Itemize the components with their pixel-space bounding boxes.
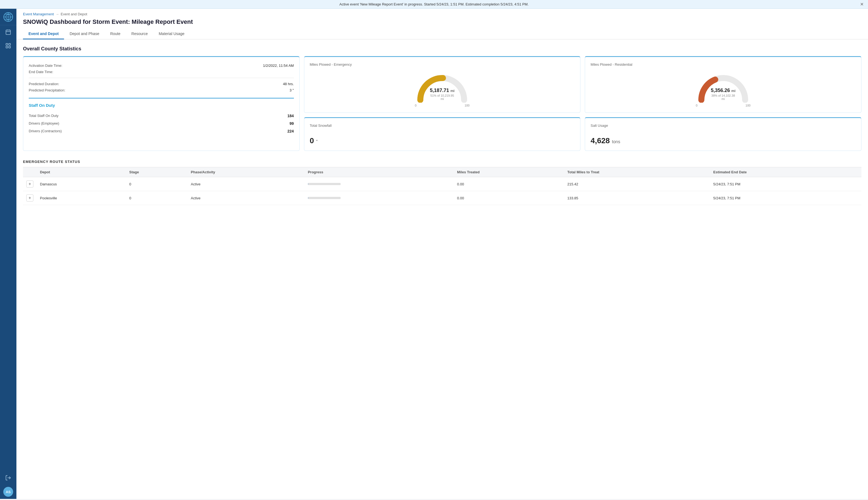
- tab-resource[interactable]: Resource: [126, 29, 153, 39]
- gauge-residential-center: 5,356.26 mi 38% of 14,102.38 mi: [709, 88, 737, 101]
- drivers-employee-value: 99: [290, 121, 294, 126]
- total-staff-value: 184: [287, 114, 294, 118]
- top-banner: Active event 'New Mileage Report Event' …: [0, 0, 868, 9]
- drivers-employee-row: Drivers (Employee) 99: [29, 120, 294, 127]
- logo: [0, 9, 16, 25]
- staff-on-duty-section: Staff On Duty Total Staff On Duty 184 Dr…: [29, 98, 294, 135]
- total-snowfall-title: Total Snowfall: [310, 124, 575, 128]
- salt-usage-value: 4,628 tons: [590, 136, 856, 145]
- row1-depot: Damascus: [37, 177, 126, 191]
- activation-row: Activation Date Time: 1/2/2022, 11:54 AM: [29, 62, 294, 69]
- tabs-bar: Event and Depot Depot and Phase Route Re…: [16, 29, 868, 39]
- tab-depot-and-phase[interactable]: Depot and Phase: [64, 29, 105, 39]
- breadcrumb-arrow: →: [56, 12, 59, 16]
- row1-expand-button[interactable]: +: [26, 180, 33, 188]
- col-expand: [23, 167, 37, 177]
- row1-activity: Active: [187, 177, 305, 191]
- row1-end-date: 5/24/23, 7:51 PM: [710, 177, 861, 191]
- row2-expand-button[interactable]: +: [26, 194, 33, 202]
- row2-activity: Active: [187, 191, 305, 205]
- salt-usage-card: Salt Usage 4,628 tons: [585, 117, 861, 151]
- activation-label: Activation Date Time:: [29, 64, 62, 68]
- tab-event-and-depot[interactable]: Event and Depot: [23, 29, 64, 39]
- table-row: + Poolesville 0 Active 0.00 133.85 5/24/…: [23, 191, 861, 205]
- col-progress: Progress: [305, 167, 454, 177]
- gauge-residential-sub: 38% of 14,102.38 mi: [709, 94, 737, 101]
- row2-miles-treated: 0.00: [454, 191, 564, 205]
- gauge-emergency-center: 5,187.71 mi 51% of 10,219.95 mi: [429, 88, 456, 101]
- row1-progress-bar-fill: [308, 183, 308, 185]
- end-date-row: End Date Time:: [29, 69, 294, 75]
- drivers-employee-label: Drivers (Employee): [29, 121, 59, 126]
- salt-usage-title: Salt Usage: [590, 124, 856, 128]
- row1-miles-treated: 0.00: [454, 177, 564, 191]
- drivers-contractors-label: Drivers (Contractors): [29, 129, 62, 133]
- section-content: Overall County Statistics Activation Dat…: [16, 39, 868, 212]
- miles-emergency-card: Miles Plowed - Emergency 5,1: [304, 56, 581, 113]
- col-end-date: Estimated End Date: [710, 167, 861, 177]
- sidebar: AS: [0, 9, 16, 499]
- avatar[interactable]: AS: [3, 487, 13, 497]
- row2-progress-bar-wrap: [308, 197, 341, 199]
- route-section-title: EMERGENCY ROUTE STATUS: [23, 160, 861, 164]
- svg-rect-9: [9, 44, 10, 45]
- gauge-emergency-container: 5,187.71 mi 51% of 10,219.95 mi 0 100: [310, 70, 575, 107]
- banner-close-button[interactable]: ✕: [860, 2, 864, 7]
- drivers-contractors-row: Drivers (Contractors) 224: [29, 127, 294, 135]
- col-depot: Depot: [37, 167, 126, 177]
- gauge-residential-svg: 5,356.26 mi 38% of 14,102.38 mi: [696, 72, 751, 103]
- row2-total-miles: 133.85: [564, 191, 710, 205]
- svg-rect-8: [6, 44, 8, 45]
- event-info-card: Activation Date Time: 1/2/2022, 11:54 AM…: [23, 56, 300, 151]
- sidebar-bottom: AS: [3, 471, 13, 499]
- duration-row: Predicted Duration: 48 hrs.: [29, 81, 294, 87]
- total-staff-row: Total Staff On Duty 184: [29, 112, 294, 120]
- activation-value: 1/2/2022, 11:54 AM: [263, 64, 294, 68]
- row1-expand-cell: +: [23, 177, 37, 191]
- gauge-emergency-labels: 0 100: [415, 104, 470, 107]
- gauge-residential-container: 5,356.26 mi 38% of 14,102.38 mi 0 100: [590, 70, 856, 107]
- col-phase: Phase/Activity: [187, 167, 305, 177]
- miles-residential-card: Miles Plowed - Residential 5,356.26: [585, 56, 861, 113]
- row1-progress-bar-wrap: [308, 183, 341, 185]
- main-content: Event Management → Event and Depot SNOWi…: [16, 9, 868, 499]
- precipitation-value: 3 ": [290, 88, 294, 92]
- drivers-contractors-value: 224: [287, 129, 294, 133]
- row1-stage: 0: [126, 177, 187, 191]
- row1-progress: [305, 177, 454, 191]
- breadcrumb-parent[interactable]: Event Management: [23, 12, 54, 16]
- route-table: Depot Stage Phase/Activity Progress Mile…: [23, 167, 861, 205]
- gauge-emergency-svg: 5,187.71 mi 51% of 10,219.95 mi: [415, 72, 470, 103]
- stats-grid: Activation Date Time: 1/2/2022, 11:54 AM…: [23, 56, 861, 151]
- row2-stage: 0: [126, 191, 187, 205]
- duration-label: Predicted Duration:: [29, 82, 59, 86]
- row2-depot: Poolesville: [37, 191, 126, 205]
- end-label: End Date Time:: [29, 70, 54, 74]
- sidebar-item-grid[interactable]: [0, 39, 16, 53]
- breadcrumb: Event Management → Event and Depot: [16, 9, 868, 17]
- total-staff-label: Total Staff On Duty: [29, 114, 59, 118]
- event-info-section: Activation Date Time: 1/2/2022, 11:54 AM…: [29, 62, 294, 93]
- col-stage: Stage: [126, 167, 187, 177]
- tab-route[interactable]: Route: [105, 29, 126, 39]
- sidebar-item-calendar[interactable]: [0, 25, 16, 39]
- col-miles-treated: Miles Treated: [454, 167, 564, 177]
- gauge-residential-labels: 0 100: [696, 104, 751, 107]
- row2-expand-cell: +: [23, 191, 37, 205]
- miles-residential-title: Miles Plowed - Residential: [590, 62, 856, 67]
- col-total-miles: Total Miles to Treat: [564, 167, 710, 177]
- staff-title: Staff On Duty: [29, 103, 294, 107]
- row2-progress: [305, 191, 454, 205]
- breadcrumb-current: Event and Depot: [61, 12, 87, 16]
- row2-progress-bar-fill: [308, 197, 308, 199]
- svg-rect-10: [6, 46, 8, 48]
- sidebar-item-logout[interactable]: [3, 471, 13, 485]
- overall-section-title: Overall County Statistics: [23, 46, 861, 52]
- row1-total-miles: 215.42: [564, 177, 710, 191]
- page-title: SNOWiQ Dashboard for Storm Event: Mileag…: [16, 17, 868, 29]
- gauge-emergency-sub: 51% of 10,219.95 mi: [429, 94, 456, 101]
- svg-rect-11: [9, 46, 10, 48]
- banner-text: Active event 'New Mileage Report Event' …: [339, 2, 528, 6]
- total-snowfall-value: 0 ": [310, 136, 575, 145]
- tab-material-usage[interactable]: Material Usage: [153, 29, 190, 39]
